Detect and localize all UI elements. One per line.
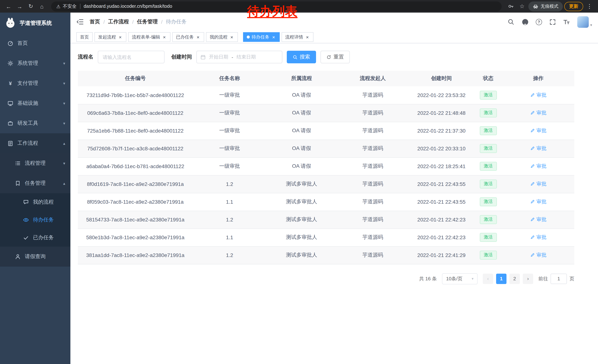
tab-start-process[interactable]: 发起流程 × [94, 32, 126, 42]
incognito-label: 无痕模式 [540, 3, 558, 9]
task-id-cell: a6aba0a4-7b6d-11ec-b781-acde48001122 [78, 157, 193, 175]
menu-label: 任务管理 [25, 180, 46, 187]
approve-button[interactable]: 审批 [530, 145, 547, 152]
search-button[interactable]: 搜索 [287, 51, 316, 63]
close-icon[interactable]: × [162, 35, 167, 40]
browser-menu-button[interactable]: ⋮ [585, 1, 594, 11]
close-icon[interactable]: × [118, 35, 123, 40]
menu-label: 请假查询 [25, 253, 46, 260]
approve-button[interactable]: 审批 [530, 127, 547, 134]
site-security-indicator[interactable]: ⚠ 不安全 [56, 3, 76, 9]
menu-label: 已办任务 [33, 235, 54, 241]
table-row: 725a1eb6-7b88-11ec-8ef0-acde48001122 一级审… [78, 122, 574, 140]
tags-view-bar: 首页 发起流程 × 流程表单-编辑 × 已办任务 × 我的流程 × [70, 31, 598, 43]
sidebar-item-task-management[interactable]: 任务管理 ▴ [0, 173, 70, 193]
avatar[interactable] [577, 16, 589, 28]
close-icon[interactable]: × [229, 35, 234, 40]
approve-button[interactable]: 审批 [530, 216, 547, 223]
help-button[interactable]: ? [536, 19, 542, 25]
monitor-icon [8, 100, 13, 106]
tab-my-process[interactable]: 我的流程 × [206, 32, 238, 42]
column-header-task-name: 任务名称 [193, 71, 266, 86]
breadcrumb-item-home[interactable]: 首页 [90, 18, 100, 25]
approve-label: 审批 [537, 198, 547, 205]
task-id-cell: 8f059c03-7ac8-11ec-a9e2-a2380e71991a [78, 193, 193, 211]
page-size-select[interactable]: 10条/页 ▾ [442, 273, 478, 284]
tab-process-form-edit[interactable]: 流程表单-编辑 × [128, 32, 170, 42]
approve-button[interactable]: 审批 [530, 198, 547, 205]
sidebar-item-my-process[interactable]: 我的流程 [0, 193, 70, 211]
breadcrumb-item-workflow[interactable]: 工作流程 [108, 18, 129, 25]
approve-button[interactable]: 审批 [530, 234, 547, 241]
sidebar-collapse-icon[interactable] [76, 18, 84, 25]
list-icon [15, 160, 21, 166]
page-button-1[interactable]: 1 [496, 274, 507, 284]
task-name-cell: 1.1 [193, 228, 266, 246]
reset-button[interactable]: 重置 [321, 51, 350, 63]
tab-process-detail[interactable]: 流程详情 × [282, 32, 314, 42]
sidebar-item-home[interactable]: 首页 [0, 33, 70, 53]
user-menu[interactable]: ▾ [577, 16, 592, 28]
breadcrumb-item-task-management[interactable]: 任务管理 [137, 18, 158, 25]
sidebar-item-devtools[interactable]: 研发工具 ▾ [0, 113, 70, 133]
sidebar-item-done-task[interactable]: 已办任务 [0, 229, 70, 247]
sidebar-item-process-management[interactable]: 流程管理 ▾ [0, 153, 70, 173]
search-button[interactable] [507, 18, 515, 25]
created-cell: 2022-01-22 23:53:32 [409, 86, 474, 104]
created-cell: 2022-01-21 22:42:23 [409, 228, 474, 246]
fullscreen-button[interactable] [549, 18, 556, 25]
search-icon [508, 18, 515, 25]
approve-button[interactable]: 审批 [530, 92, 547, 98]
tab-todo-task[interactable]: 待办任务 × [243, 32, 280, 42]
task-id-cell: 580e1b3d-7ac8-11ec-a9e2-a2380e71991a [78, 228, 193, 246]
approve-button[interactable]: 审批 [530, 181, 547, 187]
status-badge: 激活 [480, 197, 497, 206]
date-range-picker[interactable]: 开始日期 - 结束日期 [196, 51, 282, 63]
sidebar-item-todo-task[interactable]: 待办任务 [0, 211, 70, 229]
app-logo [5, 17, 16, 29]
forward-button[interactable]: → [15, 1, 25, 11]
home-button[interactable]: ⌂ [37, 1, 47, 11]
process-cell: 测试多审批人 [266, 193, 337, 211]
chevron-down-icon: ▾ [63, 61, 65, 66]
top-navbar: 首页 / 工作流程 / 任务管理 / 待办任务 ? ▾ [70, 13, 598, 31]
bookmark-star-button[interactable]: ☆ [517, 1, 527, 11]
edit-icon [530, 217, 535, 222]
close-icon[interactable]: × [305, 35, 310, 40]
back-button[interactable]: ← [4, 1, 13, 11]
sidebar-item-system[interactable]: 系统管理 ▾ [0, 53, 70, 73]
password-key-icon[interactable] [506, 1, 516, 11]
refresh-button[interactable]: ↻ [26, 1, 36, 11]
approve-button[interactable]: 审批 [530, 163, 547, 170]
process-name-label: 流程名 [78, 54, 93, 60]
prev-page-button[interactable]: ‹ [483, 274, 493, 284]
task-id-cell: 069c6a63-7b8a-11ec-8ef0-acde48001122 [78, 104, 193, 122]
todo-task-table: 任务编号 任务名称 所属流程 流程发起人 创建时间 状态 操作 73211d9d… [78, 71, 574, 264]
app-logo-row[interactable]: 芋道管理系统 [0, 13, 70, 33]
status-badge: 激活 [480, 126, 497, 135]
calendar-icon [200, 54, 206, 60]
approve-button[interactable]: 审批 [530, 252, 547, 259]
github-button[interactable] [522, 18, 529, 25]
task-name-cell: 1.2 [193, 211, 266, 228]
page-button-2[interactable]: 2 [509, 274, 520, 284]
goto-page-input[interactable] [551, 274, 567, 284]
approve-label: 审批 [537, 92, 547, 98]
font-size-button[interactable] [563, 18, 570, 25]
tab-home[interactable]: 首页 [76, 32, 93, 42]
check-icon [23, 235, 29, 241]
next-page-button[interactable]: › [523, 274, 533, 284]
close-icon[interactable]: × [271, 35, 276, 40]
sidebar-item-leave-query[interactable]: 请假查询 [0, 247, 70, 267]
sidebar-item-infra[interactable]: 基础设施 ▾ [0, 93, 70, 113]
close-icon[interactable]: × [196, 35, 200, 40]
task-name-cell: 1.2 [193, 246, 266, 264]
sidebar-item-workflow[interactable]: 工作流程 ▴ [0, 133, 70, 153]
tab-done-task[interactable]: 已办任务 × [172, 32, 204, 42]
edit-icon [530, 128, 535, 133]
update-button[interactable]: 更新 [564, 2, 583, 11]
menu-label: 支付管理 [17, 80, 38, 87]
approve-button[interactable]: 审批 [530, 110, 547, 116]
sidebar-item-payment[interactable]: ¥ 支付管理 ▾ [0, 73, 70, 93]
process-name-input[interactable] [98, 51, 165, 63]
